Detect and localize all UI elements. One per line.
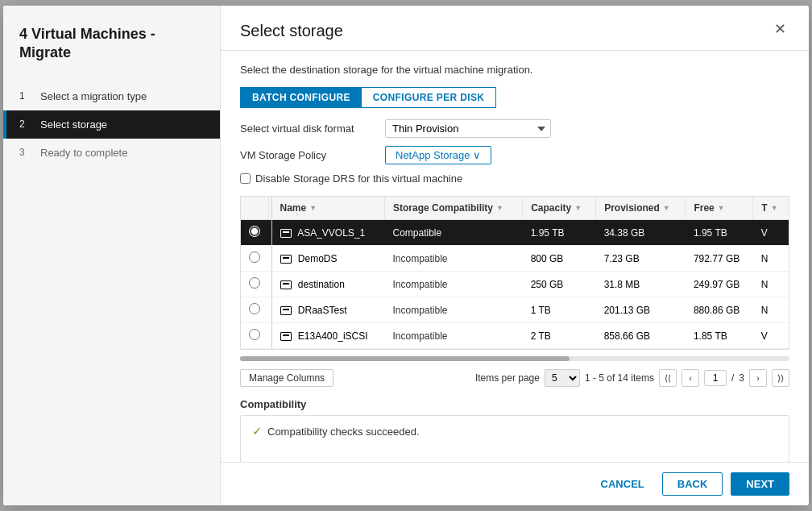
step-1-label: Select a migration type — [40, 90, 147, 102]
tab-batch-configure[interactable]: BATCH CONFIGURE — [241, 88, 362, 107]
check-icon: ✓ — [252, 424, 263, 438]
page-number-input[interactable] — [704, 370, 727, 386]
radio-cell — [241, 272, 268, 297]
compatibility-success: ✓ Compatibility checks succeeded. — [252, 424, 777, 438]
storage-radio-0[interactable] — [249, 226, 260, 237]
free-cell: 880.86 GB — [686, 297, 753, 323]
th-provisioned[interactable]: Provisioned ▼ — [596, 197, 686, 220]
capacity-cell: 1.95 TB — [523, 220, 596, 246]
free-cell: 792.77 GB — [686, 246, 753, 272]
radio-cell — [241, 220, 268, 246]
first-page-button[interactable]: ⟨⟨ — [659, 369, 677, 387]
th-type[interactable]: T ▼ — [753, 197, 789, 220]
sidebar-steps: 1 Select a migration type 2 Select stora… — [3, 82, 220, 167]
table-row[interactable]: DemoDS Incompatible 800 GB 7.23 GB 792.7… — [241, 246, 789, 272]
table-row[interactable]: E13A400_iSCSI Incompatible 2 TB 858.66 G… — [241, 323, 789, 349]
storage-radio-4[interactable] — [249, 329, 260, 340]
disk-format-row: Select virtual disk format Thin Provisio… — [240, 119, 789, 138]
horizontal-scrollbar[interactable] — [240, 356, 789, 361]
sidebar-step-2[interactable]: 2 Select storage — [3, 110, 220, 139]
total-pages: 3 — [739, 372, 744, 384]
compat-sort-icon: ▼ — [496, 204, 503, 212]
storage-radio-2[interactable] — [249, 277, 260, 289]
table-footer: Manage Columns Items per page 5 10 25 1 … — [240, 364, 789, 395]
compatibility-box: ✓ Compatibility checks succeeded. — [240, 415, 789, 462]
modal: 4 Virtual Machines - Migrate 1 Select a … — [3, 6, 809, 505]
sidebar-title: 4 Virtual Machines - Migrate — [3, 25, 220, 82]
compatibility-cell: Incompatible — [384, 323, 522, 349]
manage-columns-button[interactable]: Manage Columns — [240, 369, 334, 387]
disk-format-select[interactable]: Thin Provision Thick Provision Lazy Zero… — [385, 119, 551, 138]
disable-drs-checkbox[interactable] — [240, 173, 251, 184]
step-3-label: Ready to complete — [40, 147, 127, 159]
subtitle: Select the destination storage for the v… — [240, 64, 789, 76]
th-capacity[interactable]: Capacity ▼ — [523, 197, 596, 220]
step-3-number: 3 — [19, 147, 32, 158]
prev-page-button[interactable]: ‹ — [682, 369, 699, 387]
storage-icon — [280, 229, 292, 238]
disk-format-label: Select virtual disk format — [240, 123, 385, 135]
modal-overlay: 4 Virtual Machines - Migrate 1 Select a … — [0, 0, 812, 511]
tab-group: BATCH CONFIGURE CONFIGURE PER DISK — [240, 87, 496, 108]
items-per-page-label: Items per page — [475, 372, 540, 384]
step-2-number: 2 — [19, 118, 32, 130]
main-title: Select storage — [240, 22, 343, 40]
free-cell: 249.97 GB — [686, 272, 753, 297]
provisioned-cell: 31.8 MB — [596, 272, 686, 297]
radio-cell — [241, 323, 268, 349]
provisioned-cell: 34.38 GB — [596, 220, 686, 246]
close-button[interactable]: ✕ — [771, 22, 789, 36]
storage-name: destination — [298, 279, 345, 290]
radio-cell — [241, 297, 268, 323]
tab-configure-per-disk[interactable]: CONFIGURE PER DISK — [362, 88, 496, 107]
type-cell: V — [753, 220, 789, 246]
storage-policy-button[interactable]: NetApp Storage ∨ — [385, 146, 491, 164]
capacity-cell: 250 GB — [523, 272, 596, 297]
sidebar-step-3[interactable]: 3 Ready to complete — [3, 139, 220, 167]
storage-icon — [280, 332, 292, 341]
sidebar-step-1[interactable]: 1 Select a migration type — [3, 82, 220, 110]
th-free[interactable]: Free ▼ — [686, 197, 753, 220]
next-button[interactable]: NEXT — [731, 472, 789, 496]
free-sort-icon: ▼ — [718, 204, 725, 212]
storage-table-wrapper: Name ▼ Storage Compatibility ▼ — [240, 196, 789, 350]
provisioned-cell: 858.66 GB — [596, 323, 686, 349]
compatibility-title: Compatibility — [240, 398, 789, 410]
th-storage-compatibility[interactable]: Storage Compatibility ▼ — [384, 197, 522, 220]
capacity-cell: 800 GB — [523, 246, 596, 272]
storage-icon — [280, 280, 292, 289]
table-row[interactable]: ASA_VVOLS_1 Compatible 1.95 TB 34.38 GB … — [241, 220, 789, 246]
sidebar: 4 Virtual Machines - Migrate 1 Select a … — [3, 6, 221, 505]
capacity-cell: 1 TB — [523, 297, 596, 323]
name-cell: DRaaSTest — [271, 297, 384, 323]
storage-name: DemoDS — [298, 253, 338, 264]
step-1-number: 1 — [19, 90, 32, 102]
storage-icon — [280, 306, 292, 315]
table-row[interactable]: destination Incompatible 250 GB 31.8 MB … — [241, 272, 789, 297]
main-body: Select the destination storage for the v… — [221, 51, 809, 462]
name-cell: destination — [271, 272, 384, 297]
compatibility-message: Compatibility checks succeeded. — [267, 426, 420, 438]
last-page-button[interactable]: ⟩⟩ — [772, 369, 789, 387]
th-name[interactable]: Name ▼ — [271, 197, 384, 220]
main-header: Select storage ✕ — [221, 6, 809, 51]
name-cell: ASA_VVOLS_1 — [271, 220, 384, 246]
disable-drs-label[interactable]: Disable Storage DRS for this virtual mac… — [255, 172, 462, 185]
storage-name: ASA_VVOLS_1 — [297, 227, 365, 239]
back-button[interactable]: BACK — [662, 472, 723, 496]
next-page-button[interactable]: › — [749, 369, 767, 387]
capacity-sort-icon: ▼ — [574, 204, 582, 212]
main-content: Select storage ✕ Select the destination … — [221, 6, 809, 505]
compatibility-cell: Incompatible — [384, 272, 522, 297]
storage-radio-1[interactable] — [249, 251, 260, 263]
compatibility-section: Compatibility ✓ Compatibility checks suc… — [240, 398, 789, 462]
step-2-label: Select storage — [40, 118, 107, 131]
storage-radio-3[interactable] — [249, 303, 260, 314]
items-per-page-select[interactable]: 5 10 25 — [545, 369, 580, 387]
compatibility-cell: Incompatible — [384, 297, 522, 323]
table-row[interactable]: DRaaSTest Incompatible 1 TB 201.13 GB 88… — [241, 297, 789, 323]
cancel-button[interactable]: CANCEL — [591, 473, 654, 495]
type-sort-icon: ▼ — [771, 204, 778, 212]
storage-table: Name ▼ Storage Compatibility ▼ — [241, 197, 789, 349]
free-cell: 1.95 TB — [686, 220, 753, 246]
